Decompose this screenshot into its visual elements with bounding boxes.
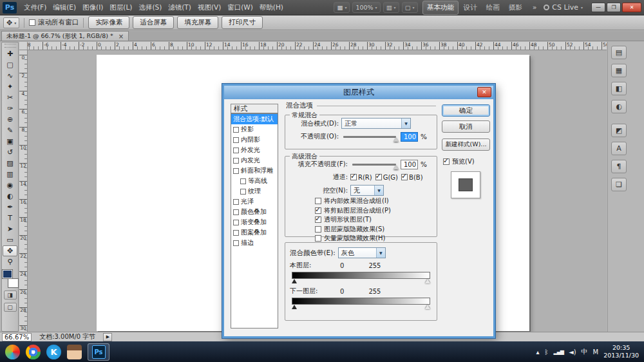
blend-option-checkbox[interactable]: 将剪贴图层混合成组(P) (315, 207, 437, 215)
style-checkbox[interactable] (233, 127, 239, 133)
tool-crop[interactable]: ✂ (3, 92, 17, 103)
tool-pen[interactable]: ✒ (3, 202, 17, 213)
tool-clone-stamp[interactable]: ▣ (3, 136, 17, 147)
vertical-ruler[interactable]: 024681012141618202224262830 (19, 50, 28, 332)
channel-checkbox[interactable]: G(G) (375, 174, 398, 181)
style-checkbox[interactable] (240, 178, 246, 184)
style-item[interactable]: 等高线 (231, 176, 278, 186)
style-checkbox[interactable] (233, 158, 239, 164)
style-checkbox[interactable] (233, 168, 239, 174)
menu-item[interactable]: 文件(F) (21, 0, 50, 15)
tool-preset-picker[interactable]: ✥ ▾ (3, 17, 19, 28)
blend-option-checkbox[interactable]: 将内部效果混合成组(I) (315, 197, 437, 205)
zoom-level-field[interactable]: 66.67% (2, 333, 32, 341)
style-checkbox[interactable] (233, 199, 239, 205)
menubar-zoom-level[interactable]: 100% ▾ (352, 2, 380, 13)
tool-zoom[interactable]: ⚲ (3, 256, 17, 267)
style-checkbox[interactable] (233, 240, 239, 246)
black-slider-thumb[interactable] (292, 305, 297, 309)
panel-color[interactable]: ▤ (611, 46, 627, 59)
style-item[interactable]: 混合选项:默认 (231, 114, 278, 124)
blend-if-select[interactable]: 灰色 ▼ (338, 247, 386, 258)
tray-app-icon[interactable]: M (593, 348, 599, 356)
option-button[interactable]: 填充屏幕 (177, 16, 218, 29)
background-color-swatch[interactable] (8, 279, 18, 287)
slider-thumb[interactable] (393, 165, 399, 169)
panel-adjustments[interactable]: ◐ (611, 100, 627, 113)
blend-option-checkbox[interactable]: 矢量蒙版隐藏效果(H) (315, 234, 437, 243)
blend-option-checkbox[interactable]: 透明形状图层(T) (315, 216, 437, 224)
workspace-button[interactable]: 摄影 (505, 1, 526, 14)
preview-checkbox[interactable]: 预览(V) (443, 157, 475, 166)
style-checkbox[interactable] (233, 230, 239, 236)
menu-item[interactable]: 帮助(H) (256, 0, 287, 15)
this-layer-blend-slider[interactable] (292, 272, 430, 279)
menu-item[interactable]: 窗口(W) (224, 0, 256, 15)
quick-mask-button[interactable]: ◨ (4, 291, 17, 300)
tool-brush[interactable]: ✎ (3, 125, 17, 136)
style-item[interactable]: 纹理 (231, 186, 278, 196)
tool-spot-healing-brush[interactable]: ⊕ (3, 114, 17, 125)
avatar[interactable] (67, 345, 82, 359)
ime-indicator[interactable]: 中 (582, 347, 588, 356)
style-checkbox[interactable] (233, 148, 239, 153)
blend-mode-select[interactable]: 正常 ▼ (341, 118, 411, 129)
tool-quick-selection[interactable]: ✦ (3, 81, 17, 92)
opacity-slider[interactable] (343, 136, 396, 138)
panel-masks[interactable]: ◩ (611, 124, 627, 137)
foreground-color-swatch[interactable] (3, 270, 12, 278)
panel-layers[interactable]: ❏ (611, 178, 627, 191)
style-item[interactable]: 内发光 (231, 155, 278, 166)
style-item[interactable]: 外发光 (231, 145, 278, 155)
cs-live-button[interactable]: CS Live ▾ (540, 2, 587, 13)
workspace-button[interactable]: 基本功能 (422, 1, 459, 15)
minimize-button[interactable]: — (591, 3, 605, 12)
bluetooth-icon[interactable]: ᛒ (545, 348, 549, 356)
menubar-screen-mode[interactable]: ▢ ▾ (402, 2, 418, 13)
tool-rectangular-marquee[interactable]: ▢ (3, 59, 17, 70)
tool-lasso[interactable]: ∿ (3, 70, 17, 81)
tool-type[interactable]: T (3, 213, 17, 224)
launcher-icon[interactable] (5, 345, 20, 359)
style-checkbox[interactable] (233, 209, 239, 215)
tool-dodge[interactable]: ◐ (3, 191, 17, 202)
style-item[interactable]: 图案叠加 (231, 227, 278, 238)
new-style-button[interactable]: 新建样式(W)... (442, 138, 490, 151)
tool-blur[interactable]: ◉ (3, 180, 17, 191)
kugou-icon[interactable]: K (46, 345, 61, 359)
panel-character[interactable]: A (611, 142, 627, 155)
workspace-button[interactable]: 绘画 (482, 1, 504, 14)
horizontal-ruler[interactable]: -8-6-4-202468101214161820222426283032343… (28, 42, 607, 50)
option-button[interactable]: 打印尺寸 (222, 16, 263, 29)
network-signal-icon[interactable]: ▂▄▆ (554, 349, 564, 355)
white-slider-thumb[interactable] (425, 279, 430, 283)
knockout-select[interactable]: 无 ▼ (350, 185, 384, 196)
option-button[interactable]: 适合屏幕 (133, 16, 174, 29)
tool-history-brush[interactable]: ↺ (3, 147, 17, 158)
toolbox-grip[interactable] (5, 44, 16, 48)
channel-checkbox[interactable]: B(B) (401, 174, 423, 181)
dialog-titlebar[interactable]: 图层样式 ✕ (224, 86, 493, 99)
dialog-close-button[interactable]: ✕ (477, 87, 491, 97)
panel-styles[interactable]: ◧ (611, 82, 627, 95)
ruler-origin[interactable] (19, 42, 28, 50)
style-item[interactable]: 颜色叠加 (231, 207, 278, 217)
workspace-button[interactable]: 设计 (460, 1, 481, 14)
panel-paragraph[interactable]: ¶ (611, 160, 627, 173)
opacity-value[interactable]: 100 (401, 132, 418, 142)
style-item[interactable]: 投影 (231, 124, 278, 135)
style-checkbox[interactable] (233, 220, 239, 225)
menu-item[interactable]: 视图(V) (194, 0, 224, 15)
cancel-button[interactable]: 取消 (442, 120, 490, 133)
blend-option-checkbox[interactable]: 图层蒙版隐藏效果(S) (315, 225, 437, 234)
document-tab[interactable]: 未标题-1 @ 66.7% (形状 1, RGB/8) * × (1, 31, 129, 41)
restore-button[interactable]: ❐ (607, 3, 621, 12)
tab-close-icon[interactable]: × (118, 33, 124, 40)
tool-eyedropper[interactable]: ✑ (3, 103, 17, 114)
style-item[interactable]: 描边 (231, 238, 278, 248)
white-slider-thumb[interactable] (425, 305, 430, 309)
menu-item[interactable]: 滤镜(T) (165, 0, 194, 15)
slider-thumb[interactable] (393, 137, 399, 142)
menubar-arrange-documents[interactable]: ▥ ▾ (383, 2, 399, 13)
underlying-layer-blend-slider[interactable] (292, 298, 430, 305)
